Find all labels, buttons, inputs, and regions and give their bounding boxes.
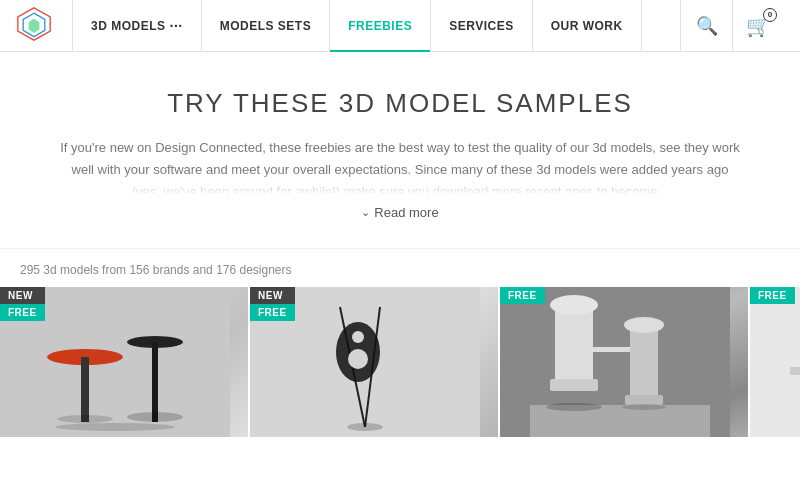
nav-3d-models[interactable]: 3D MODELS ··· [72, 0, 202, 52]
svg-point-28 [622, 404, 666, 410]
svg-rect-20 [555, 307, 593, 382]
svg-rect-30 [790, 367, 800, 375]
hero-title: TRY THESE 3D MODEL SAMPLES [60, 88, 740, 119]
svg-point-21 [550, 295, 598, 315]
nav-our-work[interactable]: OUR WORK [533, 0, 642, 52]
read-more-button[interactable]: ⌄ Read more [60, 205, 740, 220]
svg-point-10 [57, 415, 113, 423]
svg-marker-2 [29, 18, 40, 32]
svg-point-27 [546, 403, 602, 411]
new-badge: NEW [250, 287, 295, 304]
svg-point-16 [352, 331, 364, 343]
svg-point-4 [55, 423, 175, 431]
new-badge: NEW [0, 287, 45, 304]
product-card[interactable]: FREE [750, 287, 800, 437]
badge-container: FREE [500, 287, 545, 304]
free-badge: FREE [250, 304, 295, 321]
free-badge: FREE [500, 287, 545, 304]
svg-rect-22 [550, 379, 598, 391]
nav-actions: 🔍 🛒 0 [680, 0, 784, 52]
svg-rect-25 [625, 395, 663, 405]
nav-links: 3D MODELS ··· MODELS SETS FREEBIES SERVI… [72, 0, 680, 52]
hero-section: TRY THESE 3D MODEL SAMPLES If you're new… [0, 52, 800, 240]
main-navigation: 3D MODELS ··· MODELS SETS FREEBIES SERVI… [0, 0, 800, 52]
logo[interactable] [16, 6, 72, 46]
nav-dots: ··· [170, 18, 183, 34]
product-card[interactable]: FREE [500, 287, 750, 437]
svg-rect-23 [630, 327, 658, 397]
chevron-down-icon: ⌄ [361, 206, 370, 219]
nav-freebies[interactable]: FREEBIES [330, 0, 431, 52]
cart-button[interactable]: 🛒 0 [732, 0, 784, 52]
free-badge: FREE [750, 287, 795, 304]
product-card[interactable]: NEW FREE [250, 287, 500, 437]
svg-point-17 [347, 423, 383, 431]
hero-description: If you're new on Design Connected, these… [60, 137, 740, 195]
svg-point-15 [348, 349, 368, 369]
free-badge: FREE [0, 304, 45, 321]
stats-text: 295 3d models from 156 brands and 176 de… [20, 263, 292, 277]
nav-services[interactable]: SERVICES [431, 0, 532, 52]
svg-rect-6 [81, 357, 89, 422]
product-grid: NEW FREE NEW FREE [0, 287, 800, 437]
badge-container: NEW FREE [250, 287, 295, 321]
cart-badge: 🛒 0 [746, 14, 771, 38]
search-icon: 🔍 [696, 15, 718, 37]
svg-point-9 [127, 412, 183, 422]
svg-point-24 [624, 317, 664, 333]
badge-container: NEW FREE [0, 287, 45, 321]
nav-models-sets[interactable]: MODELS SETS [202, 0, 331, 52]
svg-rect-8 [152, 342, 158, 422]
svg-rect-29 [750, 287, 800, 437]
badge-container: FREE [750, 287, 795, 304]
product-card[interactable]: NEW FREE [0, 287, 250, 437]
search-button[interactable]: 🔍 [680, 0, 732, 52]
stats-bar: 295 3d models from 156 brands and 176 de… [0, 248, 800, 287]
